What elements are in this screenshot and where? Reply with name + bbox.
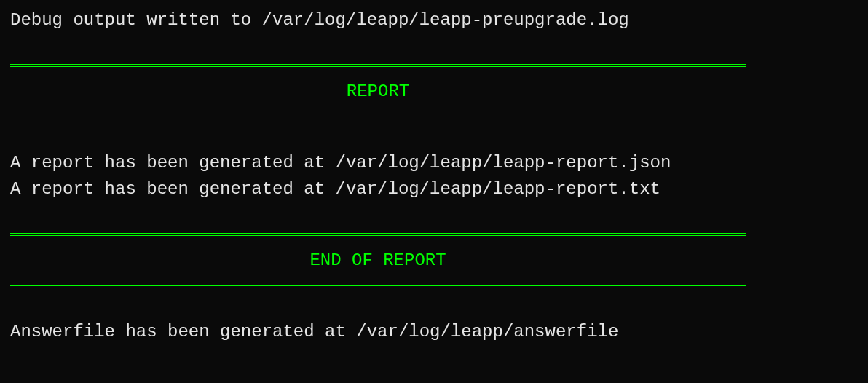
report-header: REPORT (10, 71, 746, 112)
spacer (10, 124, 858, 150)
debug-output-line: Debug output written to /var/log/leapp/l… (10, 7, 858, 33)
answerfile-line: Answerfile has been generated at /var/lo… (10, 319, 858, 345)
separator-bottom-report (10, 117, 746, 119)
report-json-line: A report has been generated at /var/log/… (10, 150, 858, 176)
separator-bottom-end (10, 285, 746, 288)
separator-top-end (10, 233, 746, 236)
report-txt-line: A report has been generated at /var/log/… (10, 176, 858, 202)
separator-top-report (10, 64, 746, 67)
spacer (10, 293, 858, 319)
spacer (10, 202, 858, 229)
end-report-header: END OF REPORT (10, 240, 746, 281)
spacer (10, 33, 858, 60)
